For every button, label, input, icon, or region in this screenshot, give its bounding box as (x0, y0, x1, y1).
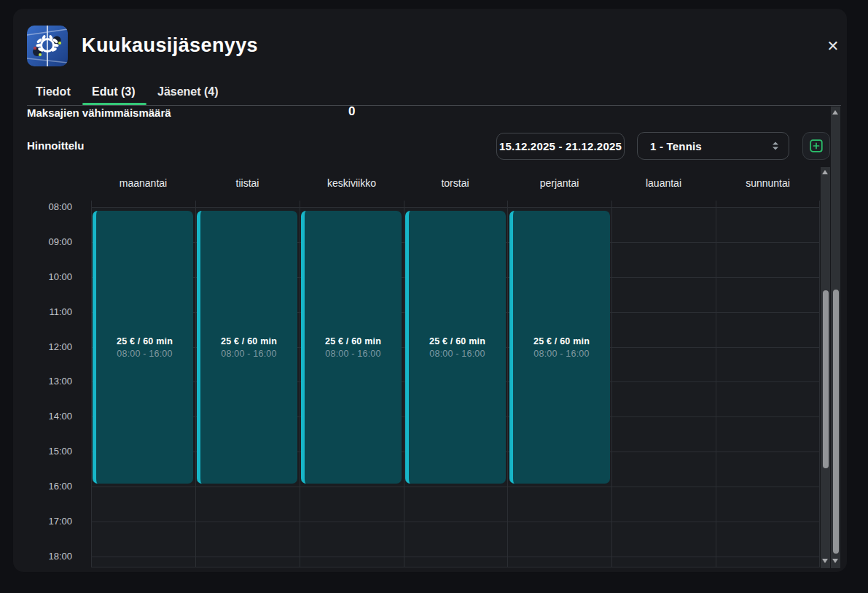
page-title: Kuukausijäsenyys (82, 34, 258, 57)
court-select[interactable]: 1 - Tennis (637, 132, 789, 160)
pricing-event-friday[interactable]: 25 € / 60 min 08:00 - 16:00 (509, 211, 610, 484)
tab-tiedot[interactable]: Tiedot (36, 85, 71, 98)
time-label: 08:00 (29, 201, 72, 213)
event-time-range: 08:00 - 16:00 (221, 349, 276, 359)
time-label: 12:00 (29, 341, 72, 353)
calendar-scroll-down-icon[interactable] (822, 559, 828, 563)
event-time-range: 08:00 - 16:00 (429, 349, 485, 359)
time-label: 09:00 (29, 236, 72, 248)
court-select-value: 1 - Tennis (650, 140, 702, 152)
event-price: 25 € / 60 min (429, 336, 485, 346)
modal-scroll-up-icon[interactable] (832, 110, 838, 115)
tab-edut[interactable]: Edut (3) (92, 85, 136, 98)
grid-vline (716, 201, 716, 567)
min-payers-label: Maksajien vähimmäismäärä (27, 106, 171, 119)
pricing-event-monday[interactable]: 25 € / 60 min 08:00 - 16:00 (93, 211, 193, 484)
date-range-button[interactable]: 15.12.2025 - 21.12.2025 (496, 133, 625, 160)
grid-hline (91, 557, 820, 557)
event-price: 25 € / 60 min (221, 336, 277, 346)
close-icon[interactable]: ✕ (821, 34, 845, 58)
grid-vline (91, 201, 92, 567)
day-header-wednesday: keskiviikko (300, 177, 404, 189)
grid-hline (91, 207, 820, 208)
time-label: 10:00 (29, 271, 72, 283)
calendar-scrollbar-thumb[interactable] (823, 290, 829, 468)
modal-scrollbar-thumb[interactable] (833, 290, 839, 554)
pricing-event-thursday[interactable]: 25 € / 60 min 08:00 - 16:00 (405, 211, 506, 484)
calendar-scroll-up-icon[interactable] (822, 170, 828, 174)
grid-hline (91, 522, 820, 522)
grid-hline (91, 487, 820, 487)
grid-vline (507, 201, 508, 567)
tabbar-divider (27, 105, 841, 106)
pricing-section-label: Hinnoittelu (27, 139, 84, 152)
padel-court-photo (27, 26, 68, 66)
club-logo-image (27, 26, 68, 66)
event-price: 25 € / 60 min (117, 336, 173, 346)
add-icon (810, 139, 823, 152)
event-price: 25 € / 60 min (533, 336, 590, 346)
event-price: 25 € / 60 min (325, 336, 381, 346)
min-payers-value: 0 (348, 104, 355, 119)
day-header-sunday: sunnuntai (716, 177, 820, 189)
day-header-tuesday: tiistai (195, 177, 300, 189)
time-label: 15:00 (29, 446, 72, 457)
tab-jasenet[interactable]: Jäsenet (4) (157, 85, 219, 98)
grid-vline (819, 201, 820, 567)
time-label: 14:00 (29, 411, 72, 422)
grid-vline (300, 201, 300, 567)
event-time-range: 08:00 - 16:00 (325, 349, 380, 359)
time-label: 17:00 (29, 516, 72, 527)
time-label: 13:00 (29, 376, 72, 387)
time-label: 16:00 (29, 481, 72, 492)
day-header-monday: maanantai (91, 177, 195, 189)
grid-hline (91, 567, 820, 567)
pricing-event-wednesday[interactable]: 25 € / 60 min 08:00 - 16:00 (301, 211, 402, 484)
grid-vline (404, 201, 404, 567)
select-chevron-icon (773, 142, 778, 150)
day-header-friday: perjantai (507, 177, 611, 189)
membership-modal-screen: Kuukausijäsenyys ✕ Tiedot Edut (3) Jäsen… (0, 0, 868, 593)
pricing-event-tuesday[interactable]: 25 € / 60 min 08:00 - 16:00 (197, 211, 297, 484)
time-label: 18:00 (29, 551, 72, 562)
modal-scroll-down-icon[interactable] (832, 559, 838, 563)
event-time-range: 08:00 - 16:00 (533, 349, 589, 359)
time-label: 11:00 (29, 306, 72, 318)
event-time-range: 08:00 - 16:00 (117, 349, 172, 359)
day-header-saturday: lauantai (611, 177, 716, 189)
grid-vline (611, 201, 612, 567)
add-pricing-button[interactable] (802, 132, 830, 160)
grid-vline (195, 201, 196, 567)
day-header-thursday: torstai (403, 177, 507, 189)
